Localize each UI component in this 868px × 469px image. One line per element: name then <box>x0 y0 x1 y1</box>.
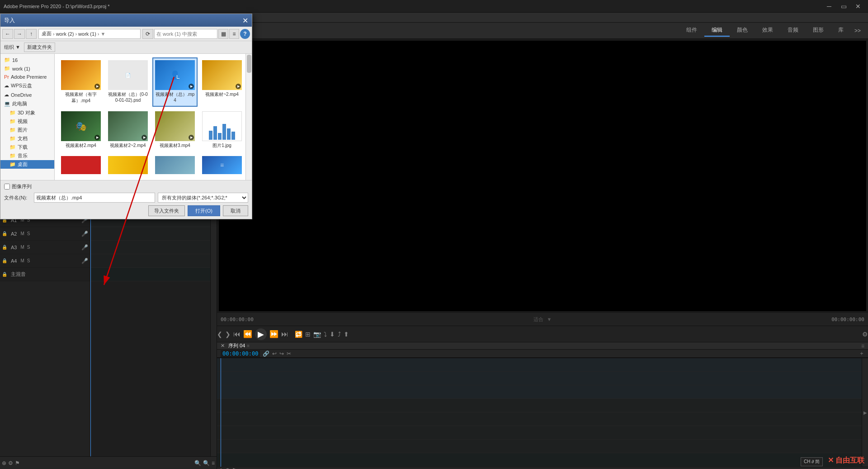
file-item-4[interactable]: ▶ 视频素材~2.mp4 <box>199 57 245 107</box>
seq-a1-row[interactable] <box>217 399 862 412</box>
seq-a3-row[interactable] <box>217 426 862 440</box>
tab-effects[interactable]: 效果 <box>755 24 780 37</box>
track-a4-content[interactable] <box>90 254 210 268</box>
seq-close-btn[interactable]: ✕ <box>221 343 225 349</box>
seq-menu-icon[interactable]: ≡ <box>861 343 864 349</box>
track-a2-mute[interactable]: M <box>20 231 24 236</box>
filetype-select[interactable]: 所有支持的媒体(*.264;*.3G2;* <box>158 193 248 203</box>
tl-zoom-in[interactable]: 🔍 <box>203 460 210 466</box>
tab-component[interactable]: 组件 <box>679 24 704 37</box>
sidebar-item-desktop[interactable]: 📁 桌面 <box>0 160 54 169</box>
seq-a2-row[interactable] <box>217 412 862 426</box>
file-item-2[interactable]: 📄 视频素材（总）(0-00-01-02).psd <box>105 57 151 107</box>
track-a3-mic[interactable]: 🎤 <box>81 244 88 251</box>
sidebar-item-3d[interactable]: 📁 3D 对象 <box>0 109 54 117</box>
settings-icon[interactable]: ⚙ <box>862 331 868 338</box>
export-frame-icon[interactable]: 📷 <box>313 331 321 338</box>
track-a3-lock[interactable]: 🔒 <box>2 245 7 250</box>
seq-add-icon[interactable]: ＋ <box>859 350 864 357</box>
seq-a4-row[interactable] <box>217 440 862 453</box>
seq-timecode[interactable]: 00:00:00:00 <box>221 350 260 357</box>
ch-badge[interactable]: CH ∂ 简 <box>801 457 823 466</box>
file-item-7[interactable]: ▶ 视频素材3.mp4 <box>152 109 198 152</box>
seq-right-edge[interactable]: ▶ <box>862 358 868 467</box>
file-item-1[interactable]: ▶ 视频素材（有字幕）.mp4 <box>58 57 104 107</box>
seq-flag-btn[interactable]: ⚑ <box>232 467 237 469</box>
sidebar-item-music[interactable]: 📁 音乐 <box>0 152 54 160</box>
dialog-search-input[interactable] <box>156 31 215 37</box>
track-a2-lock[interactable]: 🔒 <box>2 231 7 236</box>
seq-snap-icon[interactable]: 🔗 <box>263 351 269 357</box>
minimize-button[interactable]: ─ <box>823 2 835 11</box>
track-a3-content[interactable] <box>90 241 210 254</box>
sidebar-item-16[interactable]: 📁 16 <box>0 56 54 64</box>
track-a4-mute[interactable]: M <box>20 258 24 263</box>
dialog-scrollbar[interactable] <box>245 54 252 180</box>
import-folder-button[interactable]: 导入文件夹 <box>148 205 185 216</box>
sidebar-item-work1[interactable]: 📁 work (1) <box>0 64 54 73</box>
file-item-blue[interactable]: ≡ <box>199 153 245 178</box>
sidebar-item-docs[interactable]: 📁 文档 <box>0 134 54 143</box>
overwrite-icon[interactable]: ⬇ <box>330 331 335 338</box>
tl-zoom-out[interactable]: 🔍 <box>194 460 201 466</box>
nav-refresh-button[interactable]: ⟳ <box>142 29 153 39</box>
nav-up-button[interactable]: ↑ <box>26 29 37 39</box>
step-back-icon[interactable]: ⏪ <box>243 330 252 338</box>
dialog-close-button[interactable]: ✕ <box>242 16 248 25</box>
seq-redo-icon[interactable]: ↪ <box>279 351 284 357</box>
breadcrumb-work1[interactable]: work (1) <box>78 31 96 37</box>
track-master-content[interactable] <box>90 268 210 281</box>
sidebar-item-pictures[interactable]: 📁 图片 <box>0 126 54 134</box>
breadcrumb-work2[interactable]: work (2) <box>56 31 74 37</box>
sidebar-item-onedrive[interactable]: ☁ OneDrive <box>0 90 54 99</box>
track-a3-mute[interactable]: M <box>20 245 24 250</box>
track-a2-mic[interactable]: 🎤 <box>81 231 88 237</box>
tab-graphics[interactable]: 图形 <box>806 24 831 37</box>
seq-v2-row[interactable] <box>217 372 862 385</box>
view-list-button[interactable]: ≡ <box>229 29 239 39</box>
view-grid-button[interactable]: ▦ <box>218 29 228 39</box>
sidebar-item-downloads[interactable]: 📁 下载 <box>0 143 54 152</box>
seq-list-icon[interactable]: ≡ <box>863 467 866 469</box>
new-folder-button[interactable]: 新建文件夹 <box>24 43 55 52</box>
seq-master-row[interactable] <box>217 453 862 467</box>
file-item-8[interactable]: 图片1.jpg <box>199 109 245 152</box>
goto-out-icon[interactable]: ⏭ <box>281 330 288 338</box>
file-item-3[interactable]: 👤 ▶ 视频素材（总）.mp4 <box>152 57 198 107</box>
seq-v3-row[interactable] <box>217 358 862 372</box>
seq-scissors-icon[interactable]: ✂ <box>287 351 291 357</box>
seq-zoom-slider[interactable]: ────── <box>838 467 861 469</box>
nav-back-button[interactable]: ← <box>2 29 13 39</box>
file-item-6[interactable]: ▶ 视频素材2~2.mp4 <box>105 109 151 152</box>
filename-input[interactable] <box>34 193 155 203</box>
sidebar-item-video[interactable]: 📁 视频 <box>0 117 54 126</box>
organize-button[interactable]: 组织 ▼ <box>4 44 20 51</box>
play-button[interactable]: ▶ <box>255 328 267 340</box>
open-button[interactable]: 打开(O) <box>188 205 220 216</box>
sidebar-item-adobe[interactable]: Pr Adobe Premiere <box>0 73 54 81</box>
insert-icon[interactable]: ⤵ <box>324 331 327 338</box>
seq-add-media-btn[interactable]: ⊕ <box>219 467 223 469</box>
tab-color[interactable]: 颜色 <box>730 24 755 37</box>
track-a4-mic[interactable]: 🎤 <box>81 258 88 264</box>
mark-out-icon[interactable]: ❯ <box>225 331 231 338</box>
dialog-help-button[interactable]: ? <box>240 29 250 39</box>
file-item-photo[interactable] <box>152 153 198 178</box>
extract-icon[interactable]: ⬆ <box>344 331 349 338</box>
scrollbar-thumb[interactable] <box>247 55 251 73</box>
tab-edit[interactable]: 编辑 <box>704 24 730 37</box>
nav-forward-button[interactable]: → <box>14 29 25 39</box>
lift-icon[interactable]: ⤴ <box>338 331 341 338</box>
breadcrumb-desktop[interactable]: 桌面 <box>42 30 52 37</box>
tl-list-icon[interactable]: ≡ <box>212 460 215 466</box>
seq-v1-row[interactable] <box>217 385 862 399</box>
track-master-lock[interactable]: 🔒 <box>2 272 7 277</box>
seq-undo-icon[interactable]: ↩ <box>272 351 277 357</box>
tab-library[interactable]: 库 <box>831 24 851 37</box>
close-button[interactable]: ✕ <box>852 2 864 11</box>
file-item-yellow[interactable] <box>105 153 151 178</box>
sidebar-item-wps[interactable]: ☁ WPS云盘 <box>0 81 54 90</box>
track-a4-solo[interactable]: S <box>27 258 30 263</box>
step-forward-icon[interactable]: ⏩ <box>269 330 278 338</box>
seq-settings-btn[interactable]: ⚙ <box>225 467 230 469</box>
